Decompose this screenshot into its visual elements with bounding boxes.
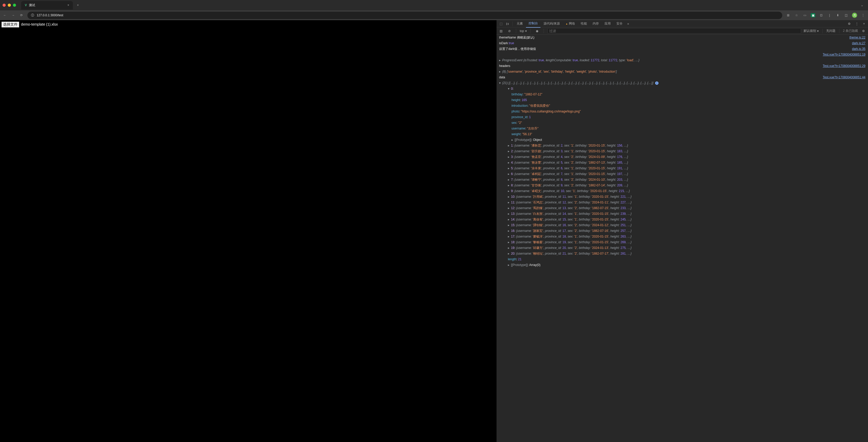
tab-application[interactable]: 应用 — [602, 20, 613, 27]
console-row[interactable]: ▸7: {username: '谭帷宁', province_id: 8, se… — [497, 177, 868, 182]
console-row[interactable]: ▸[[Prototype]]: Array(0) — [497, 262, 868, 268]
more-tabs-icon[interactable]: » — [626, 21, 630, 27]
menu-icon[interactable]: ⋮ — [861, 13, 865, 17]
console-row[interactable]: ▸16: {username: '謝家宏', province_id: 17, … — [497, 228, 868, 234]
console-toolbar: ▤ ⊘ top▾ ◉ 默认级别▾ 无问题 2 条已隐藏 ⚙ — [497, 27, 868, 35]
level-selector[interactable]: 默认级别▾ — [804, 29, 819, 33]
console-row[interactable]: ▸8: {username: '甘岱衡', province_id: 9, se… — [497, 182, 868, 188]
console-row[interactable]: 设置了dark值，使用存储值dark.js:35 — [497, 46, 868, 52]
issues-label[interactable]: 无问题 — [826, 29, 835, 33]
console-output[interactable]: themeName 拂晓蓝(默认)theme.js:22isDark trued… — [497, 35, 868, 442]
more-menu-icon[interactable]: ⋮ — [854, 21, 860, 27]
console-row[interactable]: dataTest.vue?t=1708004008851:44 — [497, 75, 868, 80]
back-button[interactable]: ← — [3, 13, 7, 17]
maximize-window-button[interactable] — [13, 4, 16, 7]
console-row[interactable]: ▸18: {username: '黎榆蓁', province_id: 19, … — [497, 239, 868, 245]
console-row[interactable]: photo: "https://oss.cuiliangblog.cn/imag… — [497, 109, 868, 114]
close-window-button[interactable] — [3, 4, 6, 7]
console-row[interactable]: ▸4: {username: '詹泳萱', province_id: 5, se… — [497, 160, 868, 166]
console-row[interactable]: weight: "56.13" — [497, 131, 868, 137]
console-row[interactable]: ▸15: {username: '譚钊铵', province_id: 16, … — [497, 222, 868, 228]
console-row[interactable]: themeName 拂晓蓝(默认)theme.js:22 — [497, 35, 868, 40]
console-row[interactable]: headersTest.vue?t=1708004008851:29 — [497, 63, 868, 69]
eye-icon[interactable]: ◉ — [534, 28, 540, 34]
tab-performance[interactable]: 性能 — [578, 20, 590, 27]
console-row[interactable]: ▸12: {username: '馬韵臻', province_id: 13, … — [497, 205, 868, 211]
new-tab-button[interactable]: + — [75, 2, 81, 8]
console-row[interactable]: ▸20: {username: '柳绍坛', province_id: 21, … — [497, 251, 868, 257]
tab-console[interactable]: 控制台 — [526, 20, 540, 28]
source-link[interactable]: Test.vue?t=1708004008851:29 — [823, 64, 865, 68]
console-row[interactable]: ▸2: {username: '邵升勋', province_id: 3, se… — [497, 148, 868, 154]
console-row[interactable]: introduction: "你爱我我爱你" — [497, 103, 868, 109]
console-row[interactable]: ▸19: {username: '邱馨方', province_id: 20, … — [497, 245, 868, 251]
reload-button[interactable]: ⟳ — [19, 13, 24, 17]
console-row[interactable]: sex: "2" — [497, 120, 868, 126]
console-row[interactable]: ▾0: — [497, 86, 868, 91]
tab-search-button[interactable]: ⌄ — [859, 2, 865, 8]
extensions-menu-icon[interactable]: ⊡ — [819, 13, 824, 17]
file-select-button[interactable]: 选择文件 — [2, 22, 19, 27]
context-selector[interactable]: top▾ — [520, 29, 527, 33]
translate-icon[interactable]: ⊞ — [786, 13, 790, 17]
clear-console-icon[interactable]: ⊘ — [506, 28, 512, 34]
console-row[interactable]: ▸14: {username: '高俆宥', province_id: 15, … — [497, 216, 868, 222]
close-tab-icon[interactable]: × — [67, 3, 69, 7]
separator — [512, 22, 513, 26]
device-toolbar-icon[interactable]: ⫿⫾ — [504, 21, 511, 27]
console-row[interactable]: username: "古欣乔" — [497, 126, 868, 131]
console-row[interactable]: ▸10: {username: '許用斌', province_id: 11, … — [497, 194, 868, 200]
console-row[interactable]: isDark truedark.js:27 — [497, 40, 868, 46]
browser-tab[interactable]: V 测试 × — [21, 1, 73, 9]
source-link[interactable]: dark.js:27 — [852, 41, 865, 46]
hidden-count[interactable]: 2 条已隐藏 — [843, 29, 858, 33]
tab-memory[interactable]: 内存 — [590, 20, 601, 27]
console-settings-icon[interactable]: ⚙ — [861, 28, 866, 34]
close-devtools-icon[interactable]: × — [862, 21, 866, 27]
console-row[interactable]: ▸9: {username: '卓昭文', province_id: 10, s… — [497, 188, 868, 194]
console-row[interactable]: length: 21 — [497, 257, 868, 262]
tab-security[interactable]: 安全 — [614, 20, 625, 27]
console-row[interactable]: ▸6: {username: '卓柯廷', province_id: 7, se… — [497, 171, 868, 177]
separator — [822, 29, 823, 33]
console-row[interactable]: ▸13: {username: '白友胜', province_id: 14, … — [497, 211, 868, 216]
console-row[interactable]: ▸3: {username: '詹孟育', province_id: 4, se… — [497, 154, 868, 160]
console-row[interactable]: height: 165 — [497, 97, 868, 103]
download-icon[interactable]: ⬇ — [835, 13, 840, 17]
console-row[interactable]: ▸1: {username: '潘耿昆', province_id: 2, se… — [497, 143, 868, 148]
browser-toolbar: ← → ⟳ ⓘ 127.0.0.1:3000/test ⊞ ☆ ▭ ▣ ⊡ | … — [0, 10, 868, 20]
tab-sources[interactable]: 源代码/来源 — [541, 20, 562, 27]
site-info-icon[interactable]: ⓘ — [31, 13, 34, 18]
inspect-element-icon[interactable]: ⬚ — [498, 21, 504, 27]
bookmark-icon[interactable]: ☆ — [794, 13, 799, 17]
console-row[interactable]: ▸17: {username: '麥毓洋', province_id: 18, … — [497, 234, 868, 239]
sidepanel-icon[interactable]: ◫ — [844, 13, 848, 17]
console-row[interactable]: ▸[[Prototype]]: Object — [497, 137, 868, 143]
page-content: 选择文件 demo-template (1).xlsx — [0, 20, 497, 442]
profile-avatar[interactable]: 亮 — [852, 13, 857, 18]
console-row[interactable]: birthday: "1882-07-12" — [497, 91, 868, 97]
console-row[interactable]: ▸5: {username: '涂丰泉', province_id: 6, se… — [497, 166, 868, 171]
console-row[interactable]: ▸(8) ['username', 'province_id', 'sex', … — [497, 69, 868, 75]
vue-devtools-icon[interactable]: ▣ — [811, 13, 815, 17]
devtools-tabbar: ⬚ ⫿⫾ 元素 控制台 源代码/来源 网络 性能 内存 应用 安全 » ⚙ ⋮ … — [497, 20, 868, 27]
extension-icon[interactable]: ▭ — [802, 13, 807, 17]
source-link[interactable]: Test.vue?t=1708004008851:44 — [823, 75, 865, 80]
forward-button[interactable]: → — [11, 13, 16, 17]
console-row[interactable]: ▾(21) [{…}, {…}, {…}, {…}, {…}, {…}, {…}… — [497, 80, 868, 86]
source-link[interactable]: dark.js:35 — [852, 47, 865, 51]
toggle-sidebar-icon[interactable]: ▤ — [498, 28, 504, 34]
source-link[interactable]: theme.js:22 — [849, 35, 865, 40]
tab-network[interactable]: 网络 — [563, 20, 578, 27]
console-row[interactable]: Test.vue?t=1708004008851:19 — [497, 52, 868, 57]
address-bar[interactable]: ⓘ 127.0.0.1:3000/test — [27, 11, 782, 19]
minimize-window-button[interactable] — [8, 4, 11, 7]
console-row[interactable]: ▸ProgressEvent {isTrusted: true, lengthC… — [497, 57, 868, 63]
tab-elements[interactable]: 元素 — [514, 20, 525, 27]
filter-input[interactable] — [548, 28, 801, 34]
console-row[interactable]: ▸11: {username: '石鸿志', province_id: 12, … — [497, 200, 868, 205]
settings-icon[interactable]: ⚙ — [846, 21, 852, 27]
separator — [839, 29, 839, 33]
source-link[interactable]: Test.vue?t=1708004008851:19 — [823, 52, 865, 57]
console-row[interactable]: province_id: 1 — [497, 114, 868, 120]
